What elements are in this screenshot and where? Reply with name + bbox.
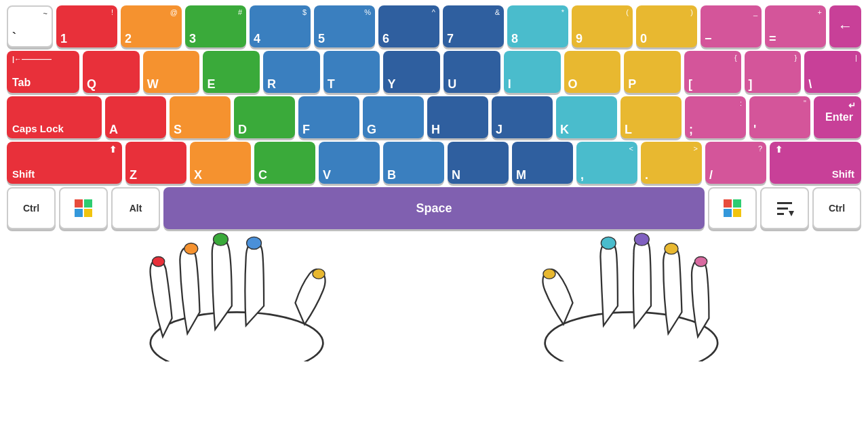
key-z[interactable]: Z [125,142,186,184]
svg-point-15 [214,233,229,245]
key-q[interactable]: Q [83,51,140,93]
svg-rect-10 [777,213,784,215]
key-backslash[interactable]: | \ [804,51,861,93]
key-e[interactable]: E [203,51,260,93]
key-bracket-l[interactable]: { [ [684,51,741,93]
key-shift-left[interactable]: Shift ⬆ [7,142,122,184]
key-quote[interactable]: " ' [749,96,810,138]
svg-rect-4 [724,199,732,208]
svg-rect-8 [777,202,792,204]
key-menu[interactable] [760,187,809,229]
key-d[interactable]: D [234,96,295,138]
svg-point-14 [184,243,198,254]
key-period[interactable]: > . [641,142,702,184]
key-caps-lock[interactable]: Caps Lock [7,96,102,138]
key-tilde[interactable]: ~ ` [7,5,53,47]
key-v[interactable]: V [319,142,380,184]
key-r[interactable]: R [263,51,320,93]
key-s[interactable]: S [170,96,231,138]
key-u[interactable]: U [443,51,500,93]
number-row: ~ ` ! 1 @ 2 # 3 $ 4 % 5 ^ 6 & 7 [7,5,861,47]
key-y[interactable]: Y [383,51,440,93]
key-x[interactable]: X [190,142,251,184]
home-row: Caps Lock A S D F G H J K L : ; " ' Ente… [7,96,861,138]
hands-area [7,226,861,361]
key-j[interactable]: J [492,96,553,138]
bottom-row: Ctrl Alt Space [7,187,861,229]
key-0[interactable]: ) 0 [636,5,697,47]
svg-rect-5 [733,199,741,208]
key-win-right[interactable] [708,187,757,229]
key-comma[interactable]: < , [576,142,637,184]
svg-rect-9 [777,208,788,210]
key-bracket-r[interactable]: } ] [745,51,802,93]
key-1[interactable]: ! 1 [56,5,117,47]
key-9[interactable]: ( 9 [572,5,633,47]
keyboard: ~ ` ! 1 @ 2 # 3 $ 4 % 5 ^ 6 & 7 [7,5,861,229]
key-b[interactable]: B [383,142,444,184]
svg-rect-3 [84,209,92,217]
key-4[interactable]: $ 4 [250,5,311,47]
svg-point-20 [601,237,616,249]
svg-point-16 [247,237,262,249]
key-l[interactable]: L [620,96,682,138]
svg-rect-2 [75,209,83,217]
svg-point-13 [153,256,165,267]
key-slash[interactable]: ? / [705,142,766,184]
key-c[interactable]: C [254,142,315,184]
key-ctrl-right[interactable]: Ctrl [812,187,861,229]
key-a[interactable]: A [105,96,166,138]
key-backspace[interactable]: ← [829,5,861,47]
key-m[interactable]: M [512,142,573,184]
key-space[interactable]: Space [163,187,705,229]
key-k[interactable]: K [556,96,617,138]
svg-rect-1 [84,199,92,208]
svg-marker-11 [789,211,794,216]
key-8[interactable]: * 8 [507,5,568,47]
svg-rect-7 [733,209,741,217]
key-g[interactable]: G [363,96,424,138]
key-ctrl-left[interactable]: Ctrl [7,187,56,229]
key-shift-right[interactable]: Shift ⬆ [770,142,861,184]
key-5[interactable]: % 5 [314,5,375,47]
key-tab[interactable]: |←———— Tab [7,51,79,93]
key-h[interactable]: H [427,96,488,138]
key-win-left[interactable] [59,187,108,229]
qwerty-row: |←———— Tab Q W E R T Y U I O P { [ } ] |… [7,51,861,93]
svg-point-21 [634,233,649,245]
key-t[interactable]: T [323,51,380,93]
shift-row: Shift ⬆ Z X C V B N M < , > . ? / Shift … [7,142,861,184]
key-equals[interactable]: + = [765,5,826,47]
key-i[interactable]: I [504,51,561,93]
key-minus[interactable]: _ − [701,5,762,47]
svg-rect-6 [724,209,732,217]
svg-point-17 [313,269,325,279]
key-3[interactable]: # 3 [185,5,246,47]
key-w[interactable]: W [143,51,200,93]
svg-point-12 [151,312,323,361]
key-enter[interactable]: Enter ↵ [814,96,861,138]
key-f[interactable]: F [298,96,359,138]
key-alt-left[interactable]: Alt [111,187,160,229]
key-7[interactable]: & 7 [443,5,504,47]
svg-rect-0 [75,199,83,208]
svg-point-23 [695,256,707,267]
svg-point-22 [665,243,678,254]
key-semicolon[interactable]: : ; [685,96,746,138]
key-o[interactable]: O [564,51,621,93]
key-6[interactable]: ^ 6 [378,5,439,47]
svg-point-18 [545,312,718,361]
key-2[interactable]: @ 2 [121,5,182,47]
key-n[interactable]: N [448,142,509,184]
hands-svg [7,226,861,361]
key-p[interactable]: P [624,51,681,93]
svg-point-19 [543,269,555,279]
